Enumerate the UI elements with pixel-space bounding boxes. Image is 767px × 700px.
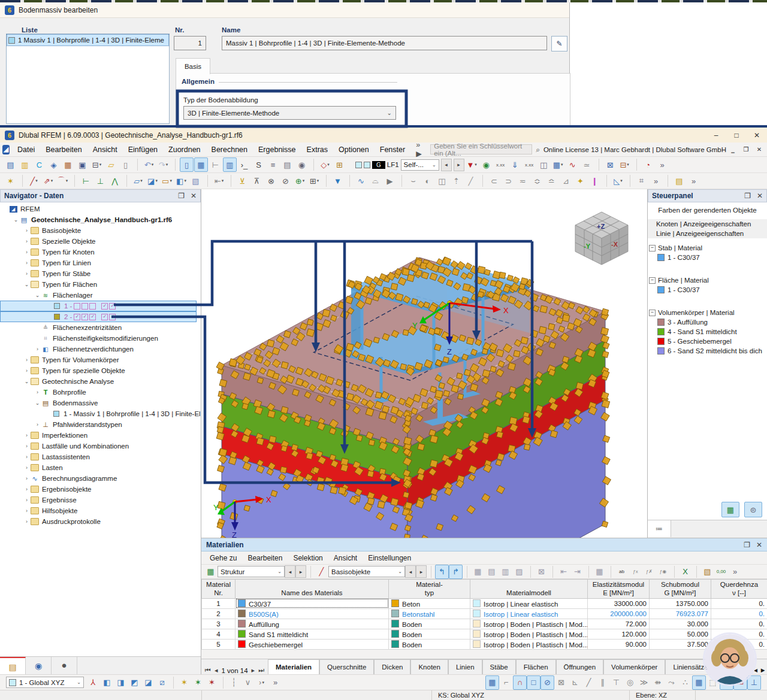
bim-model-icon[interactable]: ◈ <box>47 157 61 172</box>
overflow-3-icon[interactable]: » <box>687 174 700 188</box>
display-checkbox[interactable]: ✓ <box>101 303 108 310</box>
new-sheet-icon[interactable]: ▱ <box>104 157 118 172</box>
prev-category-button[interactable]: ◂ <box>405 565 416 578</box>
menu-zuordnen[interactable]: Zuordnen <box>163 146 206 154</box>
expand-arrow-icon[interactable]: › <box>23 357 31 363</box>
table-tab-querschnitte[interactable]: Querschnitte <box>319 659 374 674</box>
tree-item-pfahlwiderstandstypen[interactable]: ›⊥Pfahlwiderstandstypen <box>0 419 201 430</box>
menu-optionen[interactable]: Optionen <box>333 146 375 154</box>
float-panel-icon[interactable]: ❐ <box>744 192 751 200</box>
material-row-1[interactable]: 1C30/37BetonIsotrop | Linear elastisch33… <box>202 598 767 608</box>
column-header[interactable]: Querdehnzaν [--] <box>711 580 767 599</box>
grid-snap-1-icon[interactable]: ✶ <box>177 675 191 690</box>
mesh-settings-icon[interactable]: ⊠ <box>603 157 617 172</box>
insert-surface-icon[interactable]: ▱▾ <box>131 174 145 188</box>
massive-list[interactable]: 1 Massiv 1 | Bohrprofile | 1-4 | 3D | Fi… <box>6 34 170 124</box>
snap-dots-icon[interactable]: ∴ <box>678 675 692 690</box>
insert-block-icon[interactable]: ▧ <box>189 174 203 188</box>
snap-ortho-icon[interactable]: ⌐ <box>499 675 513 690</box>
expand-arrow-icon[interactable]: › <box>23 519 31 525</box>
table-tab-knoten[interactable]: Knoten <box>410 659 448 674</box>
display-checkbox[interactable] <box>89 303 96 310</box>
expand-arrow-icon[interactable]: › <box>23 228 31 234</box>
expand-arrow-icon[interactable]: › <box>23 486 31 492</box>
table-view-icon[interactable]: ▦ <box>471 565 485 579</box>
expand-arrow-icon[interactable]: ⌄ <box>23 281 31 287</box>
tree-item-typen-f-r-st-be[interactable]: ›Typen für Stäbe <box>0 268 201 279</box>
snap-int-icon[interactable]: ⇻ <box>651 675 665 690</box>
note-icon[interactable]: ⊞ <box>333 157 346 172</box>
tables-toggle-icon[interactable]: ▦ <box>194 157 208 172</box>
prev-lc-button[interactable]: ◂ <box>441 159 452 171</box>
new-model-icon[interactable]: ▤ <box>4 157 17 172</box>
tree-item-basisobjekte[interactable]: ›Basisobjekte <box>0 225 201 236</box>
tree-item-entry-9[interactable]: 1 -✓✓ <box>0 301 197 311</box>
expand-arrow-icon[interactable]: › <box>23 368 31 374</box>
column-header[interactable]: Material-typ <box>389 580 470 599</box>
table-mode-icon[interactable]: ▦▾ <box>551 157 565 172</box>
snap-angle-icon[interactable]: ⊾ <box>568 675 582 690</box>
plane-xz-icon[interactable]: ◩ <box>128 675 141 690</box>
mesh-refinement-icon[interactable]: ⊞▾ <box>307 174 321 188</box>
mdi-close-button[interactable]: ✕ <box>753 145 766 154</box>
expand-arrow-icon[interactable]: › <box>34 389 41 395</box>
panel-tab-colors[interactable]: ≔ <box>648 520 671 537</box>
expand-arrow-icon[interactable]: › <box>34 422 41 428</box>
insert-beam-icon[interactable]: ⊥ <box>93 174 107 188</box>
minimize-button[interactable]: – <box>706 129 726 141</box>
console-icon[interactable]: ›_ <box>237 157 251 172</box>
name-field[interactable]: Massiv 1 | Bohrprofile | 1-4 | 3D | Fini… <box>222 36 547 50</box>
legend-group[interactable]: −Fläche | Material <box>648 275 767 285</box>
legend-item[interactable]: 4 - Sand S1 mitteldicht <box>648 327 767 337</box>
display-checkbox[interactable]: ✓ <box>81 314 88 320</box>
next-category-button[interactable]: ▸ <box>416 565 427 578</box>
expand-arrow-icon[interactable]: › <box>23 432 31 438</box>
tree-item-fl-chenexzentrizit-ten[interactable]: ≜Flächenexzentrizitäten <box>0 322 201 333</box>
fx-view-icon[interactable]: ƒ◉ <box>656 565 670 579</box>
tree-item-ergebnisse[interactable]: ›Ergebnisse <box>0 495 201 505</box>
snap-point-icon[interactable]: □ <box>527 675 540 690</box>
support-node-icon[interactable]: ⊻ <box>235 174 249 188</box>
snap-box-icon[interactable]: ⊠ <box>554 675 568 690</box>
overflow-mat-icon[interactable]: » <box>728 565 742 579</box>
maximize-button[interactable]: □ <box>726 129 747 141</box>
mdi-restore-button[interactable]: ❐ <box>739 145 753 154</box>
animation-icon[interactable]: ▶ <box>383 174 397 188</box>
visibility-filter-icon[interactable]: ▼▾ <box>465 157 479 172</box>
menu-extras[interactable]: Extras <box>301 146 333 154</box>
tree-item-hilfsobjekte[interactable]: ›Hilfsobjekte <box>0 505 201 516</box>
fx-delete-icon[interactable]: ƒ✗ <box>642 565 656 579</box>
menu-ansicht[interactable]: Ansicht <box>87 146 123 154</box>
guideline-2-icon[interactable]: ∨ <box>241 675 255 690</box>
tabs-scroll-left-icon[interactable]: ◂ <box>754 666 757 674</box>
support-line-icon[interactable]: ⊼ <box>250 174 264 188</box>
material-row-4[interactable]: 4Sand S1 mitteldichtBodenIsotrop | Boden… <box>202 629 767 639</box>
search-icon[interactable]: ⌕ <box>536 146 540 154</box>
nr-field[interactable]: 1 <box>174 36 206 50</box>
materials-panel-header[interactable]: Materialien ❐✕ <box>201 538 767 551</box>
move-last-icon[interactable]: ⇥ <box>570 565 584 579</box>
guideline-3-icon[interactable]: ›▾ <box>255 675 268 690</box>
menu-berechnen[interactable]: Berechnen <box>206 146 253 154</box>
panel-export-button[interactable]: ⊜ <box>744 502 762 517</box>
tree-item-typen-f-r-fl-chen[interactable]: ⌄Typen für Flächen <box>0 279 201 290</box>
render-wire-icon[interactable]: ◫ <box>435 174 449 188</box>
insert-member-icon[interactable]: ⊢ <box>79 174 93 188</box>
snap-perp-icon[interactable]: ⊤ <box>609 675 623 690</box>
tree-item-ergebnisobjekte[interactable]: ›Ergebnisobjekte <box>0 484 201 495</box>
fit-table-icon[interactable]: ▦ <box>593 565 606 579</box>
hinge-icon[interactable]: ⊗ <box>264 174 278 188</box>
column-header[interactable]: SchubmodulG [MN/m²] <box>650 580 711 599</box>
menu-datei[interactable]: Datei <box>12 146 40 154</box>
snap-tangent-icon[interactable]: ⤳ <box>665 675 678 690</box>
guideline-icon[interactable]: ┆ <box>227 675 241 690</box>
values2-icon[interactable]: x.xx <box>523 157 536 172</box>
coordinate-system-select[interactable]: 1 - Global XYZ⌄ <box>6 677 84 688</box>
collapse-icon[interactable]: − <box>649 245 656 251</box>
fx-icon[interactable]: ƒx <box>629 565 642 579</box>
display-checkbox[interactable]: ✓ <box>74 314 80 320</box>
table-category-select[interactable]: Basisobjekte⌄ <box>328 566 405 577</box>
list-icon[interactable]: ▤ <box>280 157 294 172</box>
collapse-icon[interactable]: − <box>649 277 656 284</box>
tree-item-imperfektionen[interactable]: ›Imperfektionen <box>0 430 201 441</box>
